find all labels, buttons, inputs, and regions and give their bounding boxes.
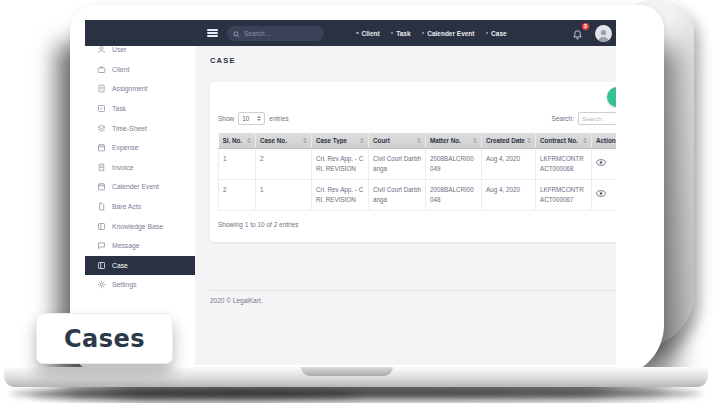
sidebar-item-calender-event[interactable]: Calender Event [85,177,195,197]
sidebar-item-client[interactable]: Client [85,60,195,80]
nav-item-label: Calender Event [427,30,474,37]
bullet-icon [422,32,425,35]
nav-item-label: Client [362,30,380,37]
eye-icon [596,159,606,166]
cell-created-date: Aug 4, 2020 [482,149,536,180]
layers-icon [97,124,106,133]
nav-item-calender-event[interactable]: Calender Event [422,30,475,37]
navbar-search[interactable] [227,26,324,41]
nav-item-task[interactable]: Task [391,30,411,37]
sort-icon [303,138,307,143]
cell-case-type: Cri. Rev App. - CRI. REVISION [312,180,369,211]
cell-contract-no: LKFRMCONTRACT000068 [536,149,592,180]
sidebar-item-expense[interactable]: Expense [85,138,195,158]
sidebar-item-invoice[interactable]: Invoice [85,158,195,178]
column-label: Court [373,137,390,144]
menu-toggle-icon[interactable] [207,27,218,38]
column-label: Sl. No. [223,137,243,144]
cell-court: Civil Court Darbhanga [369,149,426,180]
column-label: Action [596,137,616,144]
column-label: Created Date [486,137,525,144]
cell-matter-no: 2008BALCRI00049 [426,149,482,180]
sidebar-item-task[interactable]: Task [85,99,195,119]
cell-action [592,149,617,180]
laptop-base-notch [301,367,393,376]
cell-sl-no: 2 [219,180,256,211]
sidebar-item-label: Assignment [112,85,148,92]
table-controls: Show 10 entries Search: [218,112,616,125]
search-label: Search: [552,115,574,122]
bullet-icon [356,32,359,35]
sidebar-item-label: Message [112,242,140,249]
sidebar-item-bare-acts[interactable]: Bare Acts [85,197,195,217]
top-navbar: Client Task Calender Event Case 3 [85,20,616,46]
table-summary: Showing 1 to 10 of 2 entries [218,221,616,228]
page-size-value: 10 [242,115,249,122]
receipt-icon [97,163,106,172]
document-icon [97,202,106,211]
sort-icon [473,138,477,143]
briefcase-icon [97,65,106,74]
sidebar-item-time-sheet[interactable]: Time-Sheet [85,118,195,138]
callout-text: Cases [64,325,145,353]
entries-label: entries [269,115,289,122]
sidebar-item-label: Case [112,262,128,269]
nav-item-label: Task [396,30,410,37]
calendar-icon [97,143,106,152]
case-icon [97,261,106,270]
sidebar-item-label: Client [112,66,129,73]
user-avatar[interactable] [595,25,612,42]
column-label: Case Type [316,137,347,144]
nav-item-label: Case [491,30,507,37]
sidebar-item-knowledge-base[interactable]: Knowledge Base [85,216,195,236]
cell-court: Civil Court Darbhanga [369,180,426,211]
table-row: 1 2 Cri. Rev App. - CRI. REVISION Civil … [219,149,617,180]
column-label: Matter No. [430,137,461,144]
book-icon [97,222,106,231]
sidebar-item-label: Expense [112,144,138,151]
bullet-icon [486,32,489,35]
column-header-created-date[interactable]: Created Date [482,133,536,149]
column-header-case-type[interactable]: Case Type [312,133,369,149]
sidebar-item-assignment[interactable]: Assignment [85,79,195,99]
column-header-action[interactable]: Action [592,133,617,149]
sort-icon [360,138,364,143]
sidebar-item-label: Settings [112,281,137,288]
page-size-select[interactable]: 10 [238,112,265,125]
sidebar-item-settings[interactable]: Settings [85,275,195,295]
navbar-search-input[interactable] [244,30,316,37]
column-header-case-no[interactable]: Case No. [256,133,312,149]
sidebar-item-case[interactable]: Case [85,256,195,276]
sidebar-item-label: Knowledge Base [112,223,163,230]
column-header-contract-no[interactable]: Contract No. [536,133,592,149]
nav-item-client[interactable]: Client [356,30,380,37]
navbar-quick-links: Client Task Calender Event Case [356,30,507,37]
user-icon [97,45,106,54]
table-search: Search: [552,112,616,125]
eye-icon [596,190,606,197]
table-search-input[interactable] [578,112,616,125]
nav-item-case[interactable]: Case [486,30,507,37]
column-label: Case No. [260,137,287,144]
table-header-row: Sl. No. Case No. Case Type Court Matter … [219,133,617,149]
column-header-matter-no[interactable]: Matter No. [426,133,482,149]
add-case-button[interactable] [607,87,616,107]
sort-icon [417,138,421,143]
page-title: CASE [210,56,616,65]
sidebar-item-label: Task [112,105,126,112]
sidebar-item-label: Time-Sheet [112,125,147,132]
sort-icon [527,138,531,143]
sidebar-item-message[interactable]: Message [85,236,195,256]
cell-matter-no: 2008BALCRI00048 [426,180,482,211]
cell-case-type: Cri. Rev App. - CRI. REVISION [312,149,369,180]
column-header-court[interactable]: Court [369,133,426,149]
sidebar-item-label: User [112,46,126,53]
view-case-button[interactable] [596,185,606,200]
cases-callout-label: Cases [36,313,173,364]
case-table: Sl. No. Case No. Case Type Court Matter … [218,133,616,211]
notifications-bell-button[interactable]: 3 [572,26,585,40]
view-case-button[interactable] [596,154,606,169]
search-icon [233,24,240,42]
check-square-icon [97,104,106,113]
column-header-sl-no[interactable]: Sl. No. [219,133,256,149]
